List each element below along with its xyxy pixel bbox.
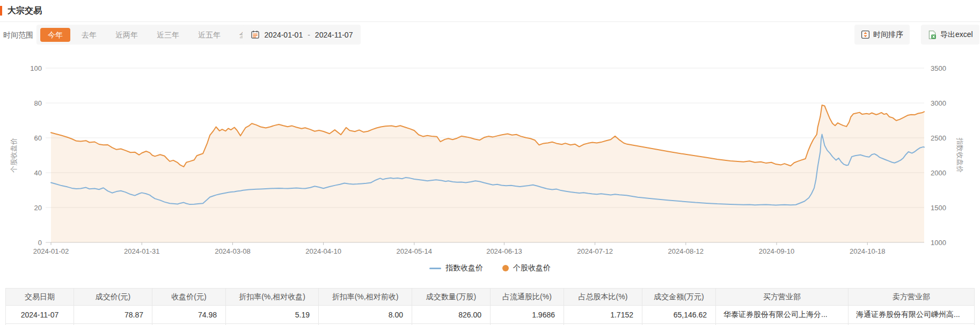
- table-header-cell: 折扣率(%,相对前收): [319, 289, 412, 305]
- x-tick-label: 2024-01-31: [124, 247, 160, 255]
- time-sort-button[interactable]: 时间排序: [854, 25, 910, 45]
- time-sort-label: 时间排序: [873, 30, 903, 40]
- trade-table: 交易日期成交价(元)收盘价(元)折扣率(%,相对收盘)折扣率(%,相对前收)成交…: [5, 288, 975, 325]
- calendar-icon: [251, 30, 260, 39]
- y-tick-label-left: 80: [34, 99, 42, 107]
- y-tick-label-right: 3500: [931, 64, 946, 72]
- x-tick-label: 2024-01-02: [33, 247, 69, 255]
- legend-item-index-close[interactable]: 指数收盘价: [429, 263, 483, 273]
- block-trade-panel: 大宗交易 时间范围 今年去年近两年近三年近五年全部 2024-01-01 - 2…: [0, 0, 980, 325]
- date-start[interactable]: 2024-01-01: [265, 31, 303, 39]
- right-axis-title: 指数收盘价: [956, 137, 964, 173]
- x-tick-label: 2024-09-10: [759, 247, 795, 255]
- export-excel-label: 导出excel: [940, 30, 973, 40]
- price-chart: 0100020150040200060250080300010035002024…: [0, 51, 980, 261]
- table-header-cell: 折扣率(%,相对收盘): [226, 289, 319, 305]
- chart-legend: 指数收盘价 个股收盘价: [0, 263, 980, 273]
- stock-close-area: [51, 105, 924, 242]
- title-accent-bar: [0, 6, 2, 16]
- table-cell: 1.7152: [564, 306, 642, 323]
- table-header-cell: 交易日期: [6, 289, 74, 305]
- y-tick-label-left: 60: [34, 134, 42, 142]
- table-header-cell: 收盘价(元): [152, 289, 226, 305]
- legend-line-marker: [429, 268, 441, 269]
- table-header-cell: 卖方营业部: [849, 289, 974, 305]
- x-tick-label: 2024-10-18: [850, 247, 886, 255]
- legend-label-stock-close: 个股收盘价: [513, 263, 551, 273]
- x-tick-label: 2024-08-12: [668, 247, 704, 255]
- table-cell: 65,146.62: [642, 306, 716, 323]
- date-range-picker[interactable]: 2024-01-01 - 2024-11-07: [243, 25, 361, 45]
- sort-vertical-icon: [861, 30, 870, 39]
- time-range-button-0[interactable]: 今年: [40, 28, 70, 42]
- y-tick-label-right: 1000: [931, 239, 946, 247]
- y-tick-label-right: 3000: [931, 99, 946, 107]
- left-axis-title: 个股收盘价: [10, 138, 18, 173]
- table-cell: 5.19: [226, 306, 319, 323]
- table-cell: 2024-11-07: [6, 306, 74, 323]
- export-excel-button[interactable]: 导出excel: [921, 25, 979, 45]
- time-range-label: 时间范围: [3, 31, 33, 40]
- table-row: 2024-11-0778.8774.985.198.00826.001.9686…: [6, 305, 974, 323]
- time-range-button-3[interactable]: 近三年: [149, 28, 187, 42]
- table-cell: 8.00: [319, 306, 412, 323]
- y-tick-label-right: 2500: [931, 134, 946, 142]
- table-cell: 海通证券股份有限公司嵊州高...: [849, 306, 974, 323]
- x-tick-label: 2024-04-10: [305, 247, 341, 255]
- time-range-button-4[interactable]: 近五年: [191, 28, 228, 42]
- legend-dot-marker: [502, 265, 509, 271]
- y-tick-label-left: 20: [34, 204, 42, 212]
- table-header-cell: 占总股本比(%): [564, 289, 642, 305]
- legend-label-index-close: 指数收盘价: [445, 263, 483, 273]
- y-tick-label-right: 1500: [931, 204, 946, 212]
- x-tick-label: 2024-03-08: [215, 247, 251, 255]
- title-bar: 大宗交易: [0, 0, 980, 22]
- excel-icon: [927, 30, 937, 40]
- date-end[interactable]: 2024-11-07: [315, 31, 353, 39]
- y-tick-label-left: 100: [30, 64, 42, 72]
- time-range-group: 今年去年近两年近三年近五年全部: [36, 25, 266, 45]
- table-header-cell: 成交数量(万股): [412, 289, 491, 305]
- x-tick-label: 2024-05-14: [397, 247, 433, 255]
- time-range-button-2[interactable]: 近两年: [108, 28, 145, 42]
- table-header-cell: 买方营业部: [716, 289, 849, 305]
- table-cell: 华泰证券股份有限公司上海分...: [716, 306, 849, 323]
- table-header-cell: 占流通股比(%): [491, 289, 564, 305]
- legend-item-stock-close[interactable]: 个股收盘价: [502, 263, 551, 273]
- table-cell: 78.87: [74, 306, 152, 323]
- table-cell: 74.98: [152, 306, 226, 323]
- y-tick-label-left: 0: [38, 239, 42, 247]
- table-header-cell: 成交价(元): [74, 289, 152, 305]
- time-range-button-1[interactable]: 去年: [74, 28, 104, 42]
- table-header-cell: 成交金额(万元): [642, 289, 716, 305]
- table-cell: 1.9686: [491, 306, 564, 323]
- y-tick-label-right: 2000: [931, 169, 946, 177]
- table-header-row: 交易日期成交价(元)收盘价(元)折扣率(%,相对收盘)折扣率(%,相对前收)成交…: [6, 289, 974, 305]
- table-cell: 826.00: [412, 306, 491, 323]
- date-separator: -: [308, 31, 310, 39]
- x-tick-label: 2024-06-13: [486, 247, 522, 255]
- x-tick-label: 2024-07-12: [577, 247, 613, 255]
- page-title: 大宗交易: [8, 5, 42, 17]
- y-tick-label-left: 40: [34, 169, 42, 177]
